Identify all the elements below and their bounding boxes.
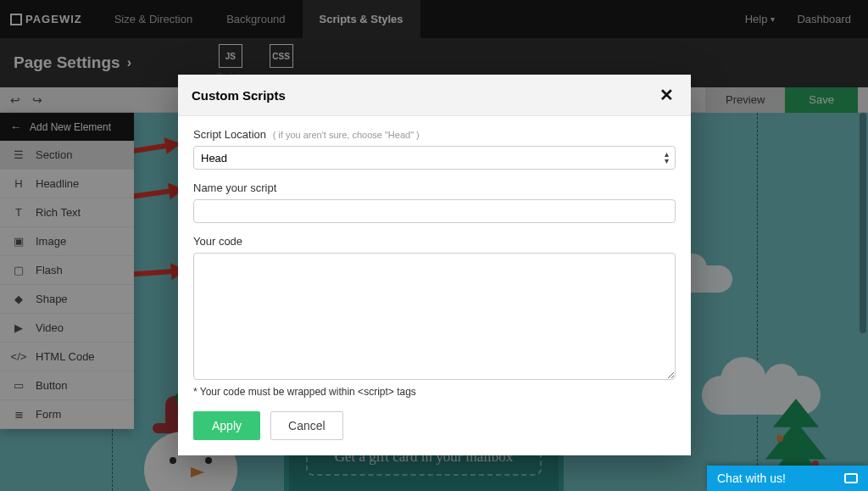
cancel-button[interactable]: Cancel [270,411,343,440]
script-name-input[interactable] [193,199,676,223]
modal-actions: Apply Cancel [193,411,676,440]
apply-button[interactable]: Apply [193,411,260,440]
scrollbar[interactable] [860,113,866,333]
location-hint: ( if you aren't sure, choose "Head" ) [273,130,420,140]
apply-label: Apply [212,419,242,432]
window-icon [844,473,858,483]
custom-scripts-modal: Custom Scripts ✕ Script Location ( if yo… [178,75,691,455]
cancel-label: Cancel [288,419,326,432]
close-button[interactable]: ✕ [656,85,677,105]
code-note: * Your code must be wrapped within <scri… [193,386,676,398]
script-location-select[interactable]: Head [193,146,676,170]
chat-label: Chat with us! [717,471,786,485]
modal-header: Custom Scripts ✕ [178,75,691,116]
field-your-code: Your code * Your code must be wrapped wi… [193,235,676,398]
your-code-label: Your code [193,235,242,248]
modal-title: Custom Scripts [192,88,286,103]
script-name-label: Name your script [193,181,276,194]
chat-widget[interactable]: Chat with us! [707,466,868,491]
field-script-name: Name your script [193,181,676,223]
script-location-label: Script Location ( if you aren't sure, ch… [193,128,420,141]
modal-body: Script Location ( if you aren't sure, ch… [178,116,691,455]
field-script-location: Script Location ( if you aren't sure, ch… [193,128,676,170]
code-textarea[interactable] [193,253,676,380]
